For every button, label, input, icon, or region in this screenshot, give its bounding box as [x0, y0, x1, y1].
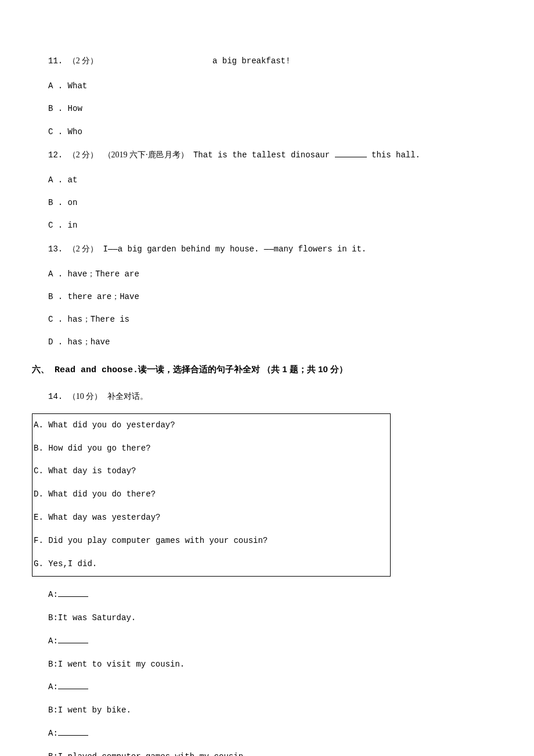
section6-num: 六、 [32, 364, 49, 374]
blank-a2 [58, 635, 88, 643]
box-e: E. What day was yesterday? [33, 506, 390, 530]
blank-a3 [58, 681, 88, 689]
dialogue-b3: B:I went by bike. [48, 699, 502, 722]
dialogue-a1: A: [48, 584, 502, 607]
a2-label: A: [48, 636, 58, 646]
dialogue-b2: B:I went to visit my cousin. [48, 653, 502, 676]
box-f: F. Did you play computer games with your… [33, 530, 390, 553]
a1-label: A: [48, 590, 58, 599]
a4-label: A: [48, 729, 58, 738]
dialogue-b4: B:I played computer games with my cousin… [48, 746, 502, 756]
q12-text-before: That is the tallest dinosaur [193, 150, 335, 160]
q12-blank [335, 149, 367, 157]
question-12-line: 12. （2 分） （2019 六下·鹿邑月考） That is the tal… [48, 143, 502, 167]
q12-opt-b: B . on [48, 192, 502, 214]
box-a: A. What did you do yesterday? [33, 414, 390, 437]
q12-opt-a: A . at [48, 169, 502, 192]
q13-opt-c: C . has；There is [48, 308, 502, 331]
q12-points: （2 分） [68, 150, 99, 159]
question-14-line: 14. （10 分） 补全对话。 [48, 385, 502, 408]
blank-a1 [58, 589, 88, 597]
q13-opt-b: B . there are；Have [48, 286, 502, 308]
box-b: B. How did you go there? [33, 437, 390, 460]
q11-num: 11. [48, 56, 63, 66]
q13-text: I——a big garden behind my house. ——many … [103, 244, 367, 254]
box-c: C. What day is today? [33, 460, 390, 483]
q11-opt-b: B . How [48, 98, 502, 120]
q12-num: 12. [48, 150, 63, 160]
section6-title-cn: 读一读，选择合适的句子补全对 （共 1 题；共 10 分） [138, 364, 348, 374]
dialogue-a2: A: [48, 630, 502, 653]
a3-label: A: [48, 682, 58, 692]
q12-opt-c: C . in [48, 214, 502, 237]
q13-opt-d: D . has；have [48, 331, 502, 354]
question-13-line: 13. （2 分） I——a big garden behind my hous… [48, 237, 502, 261]
section-6-header: 六、 Read and choose.读一读，选择合适的句子补全对 （共 1 题… [32, 361, 502, 379]
dialogue-a4: A: [48, 722, 502, 746]
q12-context: （2019 六下·鹿邑月考） [103, 150, 189, 159]
question-11-line: 11. （2 分） a big breakfast! [48, 49, 502, 73]
q11-opt-a: A . What [48, 75, 502, 98]
q13-points: （2 分） [68, 244, 99, 253]
box-d: D. What did you do there? [33, 483, 390, 506]
q11-opt-c: C . Who [48, 121, 502, 143]
q13-opt-a: A . have；There are [48, 263, 502, 286]
dialogue-b1: B:It was Saturday. [48, 607, 502, 630]
q11-text: a big breakfast! [212, 56, 290, 66]
box-g: G. Yes,I did. [33, 553, 390, 576]
q14-text: 补全对话。 [107, 392, 148, 401]
q14-num: 14. [48, 392, 63, 401]
q13-num: 13. [48, 244, 63, 254]
dialogue-a3: A: [48, 676, 502, 699]
q14-points: （10 分） [68, 392, 103, 401]
q12-text-after: this hall. [367, 150, 420, 160]
blank-a4 [58, 728, 88, 736]
answer-box: A. What did you do yesterday? B. How did… [32, 413, 391, 577]
q11-points: （2 分） [68, 56, 99, 65]
section6-title-mono: Read and choose. [49, 365, 138, 375]
